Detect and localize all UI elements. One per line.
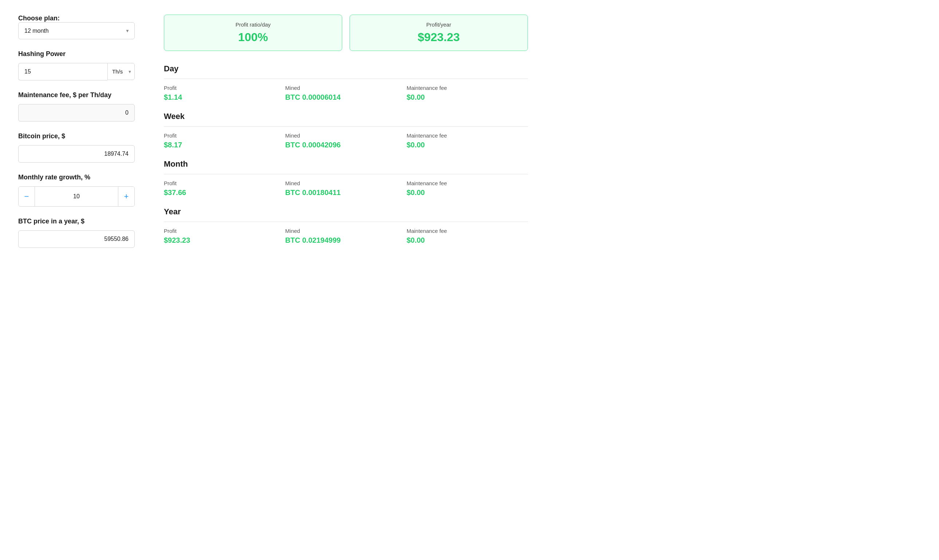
summary-cards: Profit ratio/day 100% Profit/year $923.2… (164, 15, 528, 51)
unit-select-wrapper: Th/s Gh/s Mh/s ▼ (107, 63, 135, 80)
profit-value-day: $1.14 (164, 93, 285, 102)
fee-col-month: Maintenance fee $0.00 (407, 180, 528, 197)
profit-ratio-label: Profit ratio/day (173, 22, 333, 28)
unit-select[interactable]: Th/s Gh/s Mh/s (107, 63, 135, 80)
profit-ratio-value: 100% (173, 31, 333, 44)
mined-label-year: Mined (285, 228, 406, 234)
mined-value-year: BTC 0.02194999 (285, 236, 406, 245)
monthly-rate-stepper: − + (18, 186, 135, 207)
period-title-year: Year (164, 207, 528, 217)
period-title-month: Month (164, 159, 528, 169)
fee-label-month: Maintenance fee (407, 180, 528, 186)
fee-label-year: Maintenance fee (407, 228, 528, 234)
profit-label-week: Profit (164, 132, 285, 138)
period-section-week: Week Profit $8.17 Mined BTC 0.00042096 M… (164, 112, 528, 149)
profit-value-year: $923.23 (164, 236, 285, 245)
stats-row-month: Profit $37.66 Mined BTC 0.00180411 Maint… (164, 180, 528, 197)
maintenance-fee-label: Maintenance fee, $ per Th/day (18, 91, 135, 99)
profit-year-value: $923.23 (359, 31, 519, 44)
fee-col-year: Maintenance fee $0.00 (407, 228, 528, 245)
hashing-power-input[interactable] (18, 63, 107, 80)
btc-price-year-input[interactable] (18, 230, 135, 248)
hashing-input-row: Th/s Gh/s Mh/s ▼ (18, 63, 135, 80)
right-panel: Profit ratio/day 100% Profit/year $923.2… (164, 15, 528, 259)
stats-row-day: Profit $1.14 Mined BTC 0.00006014 Mainte… (164, 85, 528, 102)
monthly-rate-input[interactable] (35, 187, 118, 206)
profit-value-month: $37.66 (164, 188, 285, 197)
monthly-rate-group: Monthly rate growth, % − + (18, 174, 135, 207)
period-title-day: Day (164, 64, 528, 74)
maintenance-fee-input[interactable] (18, 104, 135, 122)
periods-container: Day Profit $1.14 Mined BTC 0.00006014 Ma… (164, 64, 528, 245)
monthly-rate-label: Monthly rate growth, % (18, 174, 135, 181)
profit-label-day: Profit (164, 85, 285, 91)
period-section-year: Year Profit $923.23 Mined BTC 0.02194999… (164, 207, 528, 245)
choose-plan-group: Choose plan: 12 month 6 month 3 month 1 … (18, 15, 135, 39)
period-divider-year (164, 222, 528, 222)
period-section-month: Month Profit $37.66 Mined BTC 0.00180411… (164, 159, 528, 197)
profit-year-card: Profit/year $923.23 (350, 15, 528, 51)
mined-label-month: Mined (285, 180, 406, 186)
stats-row-year: Profit $923.23 Mined BTC 0.02194999 Main… (164, 228, 528, 245)
profit-label-year: Profit (164, 228, 285, 234)
left-panel: Choose plan: 12 month 6 month 3 month 1 … (18, 15, 135, 259)
stats-row-week: Profit $8.17 Mined BTC 0.00042096 Mainte… (164, 132, 528, 149)
profit-year-label: Profit/year (359, 22, 519, 28)
profit-ratio-card: Profit ratio/day 100% (164, 15, 342, 51)
fee-value-week: $0.00 (407, 141, 528, 149)
mined-col-day: Mined BTC 0.00006014 (285, 85, 406, 102)
mined-value-day: BTC 0.00006014 (285, 93, 406, 102)
btc-price-year-label: BTC price in a year, $ (18, 218, 135, 225)
period-divider-week (164, 126, 528, 127)
fee-label-day: Maintenance fee (407, 85, 528, 91)
plan-select[interactable]: 12 month 6 month 3 month 1 month (18, 22, 135, 39)
profit-col-month: Profit $37.66 (164, 180, 285, 197)
mined-label-day: Mined (285, 85, 406, 91)
profit-col-year: Profit $923.23 (164, 228, 285, 245)
profit-col-day: Profit $1.14 (164, 85, 285, 102)
mined-col-year: Mined BTC 0.02194999 (285, 228, 406, 245)
period-divider-month (164, 174, 528, 174)
fee-value-year: $0.00 (407, 236, 528, 245)
maintenance-fee-group: Maintenance fee, $ per Th/day (18, 91, 135, 122)
choose-plan-label: Choose plan: (18, 15, 60, 22)
increment-button[interactable]: + (118, 187, 134, 206)
hashing-power-group: Hashing Power Th/s Gh/s Mh/s ▼ (18, 50, 135, 80)
mined-col-week: Mined BTC 0.00042096 (285, 132, 406, 149)
fee-value-day: $0.00 (407, 93, 528, 102)
profit-value-week: $8.17 (164, 141, 285, 149)
decrement-button[interactable]: − (19, 187, 35, 206)
fee-col-week: Maintenance fee $0.00 (407, 132, 528, 149)
period-section-day: Day Profit $1.14 Mined BTC 0.00006014 Ma… (164, 64, 528, 102)
bitcoin-price-group: Bitcoin price, $ (18, 132, 135, 163)
profit-col-week: Profit $8.17 (164, 132, 285, 149)
btc-price-year-group: BTC price in a year, $ (18, 218, 135, 248)
bitcoin-price-input[interactable] (18, 145, 135, 163)
fee-label-week: Maintenance fee (407, 132, 528, 138)
mined-value-month: BTC 0.00180411 (285, 188, 406, 197)
plan-select-wrapper: 12 month 6 month 3 month 1 month ▼ (18, 22, 135, 39)
fee-col-day: Maintenance fee $0.00 (407, 85, 528, 102)
mined-value-week: BTC 0.00042096 (285, 141, 406, 149)
bitcoin-price-label: Bitcoin price, $ (18, 132, 135, 140)
mined-col-month: Mined BTC 0.00180411 (285, 180, 406, 197)
profit-label-month: Profit (164, 180, 285, 186)
mined-label-week: Mined (285, 132, 406, 138)
period-title-week: Week (164, 112, 528, 121)
hashing-power-label: Hashing Power (18, 50, 135, 58)
period-divider-day (164, 78, 528, 79)
fee-value-month: $0.00 (407, 188, 528, 197)
